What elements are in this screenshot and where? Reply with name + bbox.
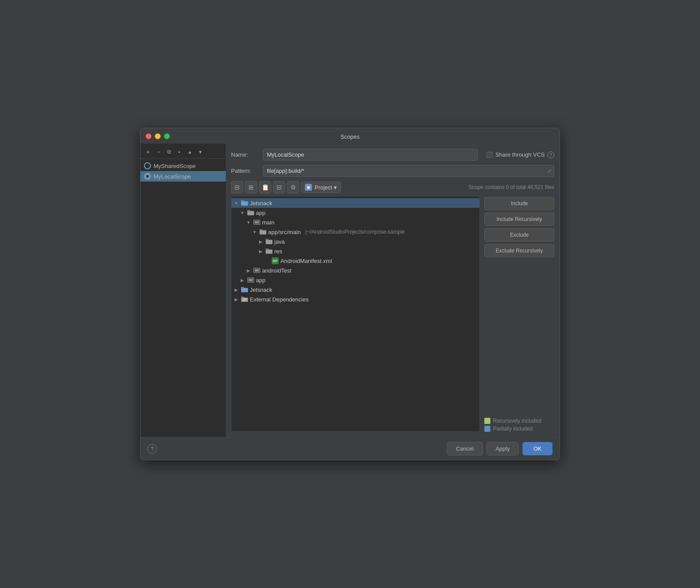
scopes-dialog: Scopes + − ⧉ ▪ ▲	[140, 128, 560, 460]
dialog-body: + − ⧉ ▪ ▲ ▼	[140, 144, 560, 437]
name-label: Name:	[231, 151, 259, 158]
svg-rect-7	[255, 221, 259, 224]
ok-button[interactable]: OK	[522, 442, 553, 455]
filter-button[interactable]: ⚙	[287, 181, 299, 193]
external-deps-icon	[241, 296, 248, 303]
scope-label: MySharedScope	[154, 163, 196, 169]
sidebar-item-mysharedscope[interactable]: MySharedScope	[140, 161, 226, 171]
remove-scope-button[interactable]: −	[154, 147, 163, 157]
tree-item-label: main	[262, 219, 274, 226]
file-view-button[interactable]: 📋	[259, 181, 271, 193]
tree-item[interactable]: app	[231, 275, 480, 285]
svg-rect-10	[260, 231, 266, 234]
svg-rect-16	[266, 250, 272, 254]
tree-arrow[interactable]	[245, 267, 252, 273]
tree-item[interactable]: Jetsnack	[231, 285, 480, 294]
legend: Recursively included Partially included	[484, 414, 554, 432]
tree-arrow[interactable]	[233, 287, 239, 293]
exclude-button[interactable]: Exclude	[484, 228, 554, 242]
vcs-checkbox[interactable]	[486, 152, 493, 158]
recursively-included-label: Recursively included	[493, 418, 541, 424]
tree-arrow[interactable]	[258, 238, 264, 245]
pattern-expand-button[interactable]: ⤢	[547, 168, 552, 174]
pattern-row: Pattern: ⤢	[231, 165, 554, 177]
tree-item[interactable]: main	[231, 217, 480, 227]
tree-item[interactable]: app	[231, 208, 480, 217]
move-up-button[interactable]: ▲	[185, 147, 195, 157]
tree-item[interactable]: res	[231, 246, 480, 256]
svg-rect-20	[248, 279, 253, 281]
project-dropdown[interactable]: ▣ Project ▾	[301, 182, 341, 193]
tree-item[interactable]: MF AndroidManifest.xml	[231, 256, 480, 266]
tree-item[interactable]: Jetsnack	[231, 198, 480, 208]
name-row: Name: Share through VCS ?	[231, 149, 554, 161]
bottom-bar: ? Cancel Apply OK	[140, 437, 560, 460]
pattern-input-wrap: ⤢	[263, 165, 554, 177]
copy-scope-button[interactable]: ⧉	[164, 147, 174, 157]
expand-all-button[interactable]: ⊞	[245, 181, 257, 193]
action-buttons-panel: Include Include Recursively Exclude Excl…	[484, 196, 554, 432]
file-tree[interactable]: Jetsnack app	[231, 196, 480, 432]
tree-arrow[interactable]	[239, 277, 245, 283]
partially-included-color	[484, 426, 490, 432]
collapse-all-button[interactable]: ⊟	[231, 181, 243, 193]
exclude-recursively-button[interactable]: Exclude Recursively	[484, 244, 554, 257]
include-button[interactable]: Include	[484, 197, 554, 210]
tree-item[interactable]: androidTest	[231, 266, 480, 275]
tree-item[interactable]: External Dependencies	[231, 294, 480, 304]
folder-icon	[259, 228, 266, 235]
sidebar-item-mylocalscope[interactable]: MyLocalScope	[140, 171, 226, 182]
name-input[interactable]	[263, 149, 478, 161]
help-button[interactable]: ?	[147, 444, 157, 454]
project-label: Project	[315, 184, 332, 191]
folder-icon	[266, 238, 273, 245]
tree-arrow[interactable]	[233, 200, 239, 206]
project-icon	[241, 286, 248, 293]
tree-arrow[interactable]	[245, 219, 252, 225]
tree-toolbar: ⊟ ⊞ 📋 ⊟ ⚙ ▣ Project ▾	[231, 181, 554, 193]
tree-item[interactable]: app/src/main (~/AndroidStudioProjects/co…	[231, 227, 480, 237]
tree-arrow[interactable]	[252, 229, 258, 235]
module-icon	[253, 219, 260, 226]
tree-item-label: java	[274, 238, 285, 245]
tree-arrow[interactable]	[233, 296, 239, 302]
tree-item-label: app/src/main	[268, 229, 301, 235]
tree-item-path: (~/AndroidStudioProjects/compose-sample	[305, 229, 405, 235]
vcs-help-icon[interactable]: ?	[547, 151, 554, 158]
xml-file-icon: MF	[272, 257, 279, 264]
folder-icon	[266, 248, 273, 255]
pattern-input[interactable]	[263, 165, 554, 177]
svg-rect-5	[248, 211, 254, 215]
window-controls	[146, 133, 170, 139]
maximize-button[interactable]	[164, 133, 170, 139]
scope-label: MyLocalScope	[154, 173, 191, 180]
tree-item[interactable]: java	[231, 237, 480, 246]
cancel-button[interactable]: Cancel	[447, 442, 483, 455]
module-icon	[253, 267, 260, 274]
tree-item-label: AndroidManifest.xml	[280, 258, 332, 264]
svg-rect-28	[242, 300, 247, 301]
scope-info: Scope contains 0 of total 46,521 files	[343, 184, 554, 190]
tree-arrow[interactable]	[239, 210, 245, 216]
scope-list: MySharedScope MyLocalScope	[140, 159, 226, 435]
bottom-buttons: Cancel Apply OK	[447, 442, 553, 455]
include-recursively-button[interactable]: Include Recursively	[484, 213, 554, 226]
tree-arrow[interactable]	[258, 248, 264, 254]
svg-rect-27	[242, 298, 247, 299]
folder-icon	[247, 209, 254, 216]
dropdown-arrow: ▾	[334, 184, 337, 191]
local-scope-icon	[144, 173, 151, 180]
close-button[interactable]	[146, 133, 151, 139]
save-scope-button[interactable]: ▪	[175, 147, 184, 157]
add-scope-button[interactable]: +	[143, 147, 153, 157]
main-area: Name: Share through VCS ? Pattern: ⤢	[226, 144, 560, 437]
flat-view-button[interactable]: ⊟	[273, 181, 285, 193]
apply-button[interactable]: Apply	[486, 442, 519, 455]
minimize-button[interactable]	[155, 133, 161, 139]
move-down-button[interactable]: ▼	[196, 147, 205, 157]
tree-item-label: Jetsnack	[250, 200, 272, 206]
recursively-included-color	[484, 418, 490, 424]
title-bar: Scopes	[140, 128, 560, 144]
partially-included-legend: Partially included	[484, 426, 554, 432]
module-icon	[247, 276, 254, 284]
